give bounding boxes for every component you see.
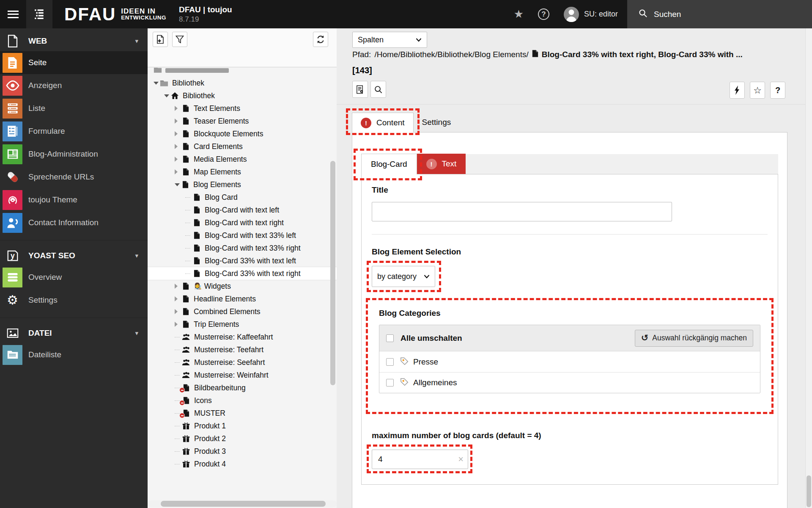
- tree-item[interactable]: MUSTER: [148, 407, 337, 420]
- pagetree-toggle-button[interactable]: [26, 0, 52, 28]
- expand-toggle[interactable]: [175, 169, 180, 174]
- sidebar-item-anzeigen[interactable]: Anzeigen: [0, 74, 148, 97]
- sidebar-item-toujou-theme[interactable]: toujou Theme: [0, 188, 148, 211]
- home-icon: [170, 92, 179, 99]
- columns-select[interactable]: Spalten: [352, 32, 427, 48]
- tree-item[interactable]: Produkt 4: [148, 458, 337, 470]
- tree-item[interactable]: Teaser Elements: [148, 115, 337, 127]
- tree-connector: [175, 464, 180, 464]
- expand-toggle[interactable]: [175, 157, 180, 162]
- toggle-all-checkbox[interactable]: [386, 334, 394, 342]
- bookmark-button[interactable]: ★: [514, 0, 538, 28]
- tree-item[interactable]: Blog-Card with text left: [148, 204, 337, 216]
- clear-icon[interactable]: ×: [458, 455, 464, 464]
- tree-item[interactable]: Musterreise: Teefahrt: [148, 343, 337, 356]
- tree-item[interactable]: Produkt 2: [148, 432, 337, 445]
- section-header-web[interactable]: WEB▾: [0, 31, 148, 51]
- tree-item[interactable]: Musterreise: Seefahrt: [148, 356, 337, 369]
- tree-item[interactable]: Musterreise: Kaffeefahrt: [148, 331, 337, 343]
- tree-item[interactable]: Musterreise: Weinfahrt: [148, 369, 337, 381]
- tree-item[interactable]: Blog-Card with text 33% right: [148, 242, 337, 254]
- history-button[interactable]: [730, 82, 745, 99]
- scrollbar-thumb[interactable]: [161, 501, 326, 507]
- tree-item[interactable]: Bildbearbeitung: [148, 381, 337, 394]
- tree-item[interactable]: Blog-Card 33% with text left: [148, 254, 337, 267]
- collapse-toggle[interactable]: [175, 183, 180, 189]
- scrollbar-thumb[interactable]: [807, 475, 811, 507]
- refresh-button[interactable]: [313, 32, 328, 47]
- tree-item[interactable]: Blog-Card with text right: [148, 216, 337, 229]
- user-menu[interactable]: SU: editor: [564, 0, 618, 28]
- tree-item[interactable]: Blog-Card with text 33% left: [148, 229, 337, 242]
- tree-horizontal-scrollbar[interactable]: [148, 500, 337, 507]
- collapse-toggle[interactable]: [164, 94, 169, 100]
- blog-element-selection-select[interactable]: by category: [372, 266, 435, 287]
- doc-header: Spalten Pfad: /Home/Bibliothek/Bibliothe…: [337, 28, 805, 105]
- sidebar-item-sprechende-urls[interactable]: Sprechende URLs: [0, 166, 148, 188]
- sidebar-item-formulare[interactable]: Formulare: [0, 120, 148, 143]
- sidebar-item-dateiliste[interactable]: Dateiliste: [0, 343, 148, 366]
- main-vertical-scrollbar[interactable]: [805, 28, 812, 508]
- context-help-button[interactable]: ?: [770, 82, 785, 99]
- tree-item[interactable]: Blog Elements: [148, 178, 337, 191]
- toolbar-search[interactable]: Suchen: [627, 0, 812, 28]
- section-header-datei[interactable]: DATEI▾: [0, 323, 148, 343]
- tree-vertical-scrollbar[interactable]: [330, 161, 335, 385]
- expand-toggle[interactable]: [175, 322, 180, 327]
- sidebar-item-liste[interactable]: Liste: [0, 97, 148, 120]
- tree-item[interactable]: Media Elements: [148, 153, 337, 166]
- tab-text[interactable]: ! Text: [417, 154, 466, 174]
- view-page-properties-button[interactable]: [352, 81, 368, 98]
- new-page-button[interactable]: [153, 32, 168, 47]
- expand-toggle[interactable]: [175, 144, 180, 149]
- tree-item-clipped[interactable]: [148, 68, 337, 77]
- category-checkbox[interactable]: [386, 379, 394, 387]
- sidebar-item-overview[interactable]: Overview: [0, 266, 148, 289]
- category-row[interactable]: Allgemeines: [379, 372, 760, 393]
- category-checkbox[interactable]: [386, 358, 394, 366]
- help-button[interactable]: ?: [538, 0, 564, 28]
- tab-blog-card[interactable]: Blog-Card: [361, 154, 417, 174]
- tree-item[interactable]: Combined Elements: [148, 305, 337, 318]
- expand-toggle[interactable]: [175, 309, 180, 314]
- expand-toggle[interactable]: [175, 131, 180, 136]
- tree-item[interactable]: Trip Elements: [148, 318, 337, 331]
- tree-item[interactable]: Card Elements: [148, 140, 337, 153]
- undo-selection-button[interactable]: ↺ Auswahl rückgängig machen: [635, 330, 753, 347]
- max-cards-section: maximum number of blog cards (default = …: [372, 431, 768, 469]
- tree-item[interactable]: Produkt 1: [148, 420, 337, 432]
- hamburger-icon: [8, 11, 19, 18]
- bookmark-record-button[interactable]: ☆: [750, 82, 765, 99]
- max-cards-input[interactable]: [372, 450, 468, 469]
- search-record-button[interactable]: [370, 81, 386, 98]
- sidebar-item-settings[interactable]: ⚙Settings: [0, 289, 148, 312]
- modulemenu-toggle-button[interactable]: [0, 0, 26, 28]
- sidebar-item-blog-administration[interactable]: Blog-Administration: [0, 143, 148, 166]
- expand-toggle[interactable]: [175, 106, 180, 111]
- filter-button[interactable]: [172, 32, 187, 47]
- tree-item[interactable]: Produkt 3: [148, 445, 337, 458]
- tree-item[interactable]: Icons: [148, 394, 337, 407]
- section-header-yoast[interactable]: yYOAST SEO▾: [0, 246, 148, 266]
- category-row[interactable]: Presse: [379, 351, 760, 372]
- tree-item[interactable]: Bibliothek: [148, 77, 337, 89]
- tab-content[interactable]: ! Content: [352, 113, 414, 133]
- sitename: DFAU | toujou 8.7.19: [179, 0, 232, 28]
- tree-item[interactable]: 👩‍🎨Widgets: [148, 280, 337, 293]
- tree-item[interactable]: Headline Elements: [148, 293, 337, 305]
- dfau-logo[interactable]: DFAU IDEEN IN ENTWICKLUNG: [64, 0, 166, 28]
- collapse-toggle[interactable]: [154, 82, 159, 87]
- tree-item[interactable]: Blockquote Elements: [148, 127, 337, 140]
- sidebar-item-contact-information[interactable]: Contact Information: [0, 211, 148, 234]
- expand-toggle[interactable]: [175, 296, 180, 301]
- title-input[interactable]: [372, 202, 672, 221]
- sidebar-item-seite[interactable]: Seite: [0, 51, 148, 74]
- tree-item[interactable]: Blog-Card 33% with text right: [148, 267, 337, 280]
- tab-settings[interactable]: Settings: [414, 113, 460, 132]
- tree-item[interactable]: Bibliothek: [148, 89, 337, 102]
- expand-toggle[interactable]: [175, 119, 180, 124]
- tree-item[interactable]: Blog Card: [148, 191, 337, 204]
- expand-toggle[interactable]: [175, 284, 180, 289]
- tree-item[interactable]: Text Elements: [148, 102, 337, 115]
- tree-item[interactable]: Map Elements: [148, 166, 337, 178]
